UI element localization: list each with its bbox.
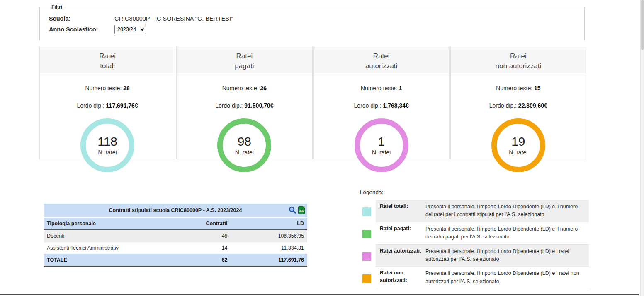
svg-text:XLS: XLS bbox=[299, 209, 304, 212]
card-title-line2: pagati bbox=[177, 61, 312, 71]
lordo-dip-value: 91.500,70€ bbox=[244, 102, 273, 109]
lordo-dip-label: Lordo dip.: bbox=[215, 102, 243, 109]
legend-item-ratei-autorizzati: Ratei autorizzati: Presenta il personale… bbox=[360, 245, 589, 267]
swatch-cell bbox=[360, 245, 376, 267]
card-ratei-pagati: Ratei pagati Numero teste: 26 Lordo dip.… bbox=[176, 47, 312, 159]
color-swatch-autorizzati bbox=[362, 252, 371, 261]
card-header: Ratei autorizzati bbox=[314, 47, 449, 75]
numero-teste-label: Numero teste: bbox=[85, 85, 122, 91]
xls-export-icon[interactable]: XLS bbox=[298, 206, 305, 214]
table-row: Assistenti Tecnici Amministrativi 14 11.… bbox=[44, 242, 307, 254]
lordo-dip: Lordo dip.: 22.809,60€ bbox=[451, 102, 586, 109]
color-swatch-totali bbox=[362, 207, 371, 216]
card-header: Ratei pagati bbox=[177, 47, 312, 75]
lordo-dip: Lordo dip.: 1.768,34€ bbox=[314, 102, 449, 109]
numero-teste: Numero teste: 15 bbox=[451, 75, 586, 91]
filters-legend: Filtri bbox=[50, 4, 64, 10]
cell-contratti: 48 bbox=[191, 230, 231, 242]
vertical-scrollbar[interactable] bbox=[640, 0, 644, 296]
lordo-dip-label: Lordo dip.: bbox=[354, 102, 381, 109]
school-value: CRIC80000P - IC SORESINA "G. BERTESI" bbox=[114, 15, 233, 22]
cell-tipologia: Docenti bbox=[44, 230, 191, 242]
numero-teste-value: 26 bbox=[260, 85, 267, 91]
lordo-dip-label: Lordo dip.: bbox=[77, 102, 104, 109]
card-title-line2: non autorizzati bbox=[451, 61, 586, 71]
lordo-dip: Lordo dip.: 117.691,76€ bbox=[40, 102, 175, 109]
school-label: Scuola: bbox=[49, 15, 114, 22]
legend-item-label: Ratei non autorizzati: bbox=[380, 270, 422, 286]
card-title-line1: Ratei bbox=[451, 51, 586, 61]
cell-totale-label: TOTALE bbox=[44, 254, 191, 267]
card-ratei-totali: Ratei totali Numero teste: 28 Lordo dip.… bbox=[39, 47, 175, 159]
color-swatch-non-autorizzati bbox=[362, 274, 371, 283]
ratei-count: 1 bbox=[378, 135, 385, 148]
legend-row-content: Ratei autorizzati: Presenta il personale… bbox=[376, 245, 589, 267]
card-title-line1: Ratei bbox=[40, 51, 175, 61]
ratei-donut: 19 N. ratei bbox=[491, 118, 545, 172]
swatch-cell bbox=[360, 200, 376, 222]
swatch-cell bbox=[360, 267, 376, 289]
ratei-count-label: N. ratei bbox=[509, 149, 527, 156]
dashboard-page: Filtri Scuola: CRIC80000P - IC SORESINA … bbox=[0, 0, 644, 296]
cell-contratti: 14 bbox=[191, 242, 231, 254]
legend-row-content: Ratei non autorizzati: Presenta il perso… bbox=[376, 267, 589, 289]
lordo-dip-value: 117.691,76€ bbox=[106, 102, 138, 109]
card-header: Ratei totali bbox=[40, 47, 175, 75]
legend-title: Legenda: bbox=[360, 189, 383, 195]
numero-teste-label: Numero teste: bbox=[496, 85, 532, 91]
legend-item-text: Presenta il personale, l'importo Lordo D… bbox=[422, 225, 586, 241]
numero-teste: Numero teste: 1 bbox=[314, 75, 449, 91]
table-total-row: TOTALE 62 117.691,76 bbox=[44, 254, 307, 267]
contracts-header-row: Tipologia personale Contratti LD bbox=[44, 217, 307, 230]
card-ratei-autorizzati: Ratei autorizzati Numero teste: 1 Lordo … bbox=[313, 47, 450, 159]
legend-item-ratei-non-autorizzati: Ratei non autorizzati: Presenta il perso… bbox=[360, 267, 589, 289]
ratei-count-label: N. ratei bbox=[235, 149, 254, 156]
column-header-tipologia: Tipologia personale bbox=[44, 217, 191, 230]
legend-row-content: Ratei totali: Presenta il personale, l'i… bbox=[376, 200, 589, 222]
numero-teste-value: 28 bbox=[123, 85, 130, 91]
ratei-cards: Ratei totali Numero teste: 28 Lordo dip.… bbox=[39, 47, 586, 159]
ratei-count: 118 bbox=[97, 135, 117, 148]
ratei-donut: 118 N. ratei bbox=[80, 118, 134, 172]
card-title-line2: autorizzati bbox=[314, 61, 449, 71]
numero-teste-value: 15 bbox=[534, 85, 541, 91]
footer-divider bbox=[0, 294, 639, 295]
legend-item-label: Ratei autorizzati: bbox=[380, 248, 422, 264]
cell-ld: 106.356,95 bbox=[231, 230, 307, 242]
year-label: Anno Scolastico: bbox=[49, 26, 114, 33]
scrollbar-thumb[interactable] bbox=[641, 0, 644, 50]
year-row: Anno Scolastico: 2023/24 bbox=[49, 25, 575, 34]
ratei-count: 98 bbox=[238, 135, 251, 148]
cell-totale-contratti: 62 bbox=[191, 254, 231, 267]
contracts-table-toolbar: XLS bbox=[288, 206, 305, 214]
legend-item-text: Presenta il personale, l'importo Lordo D… bbox=[422, 270, 586, 286]
swatch-cell bbox=[360, 222, 376, 245]
ratei-count-label: N. ratei bbox=[372, 149, 391, 156]
cell-totale-ld: 117.691,76 bbox=[231, 254, 307, 267]
legend-panel: Ratei totali: Presenta il personale, l'i… bbox=[360, 200, 589, 289]
card-title-line1: Ratei bbox=[314, 51, 449, 61]
contracts-table-title-row: Contratti stipulati scuola CRIC80000P - … bbox=[44, 204, 307, 217]
numero-teste: Numero teste: 28 bbox=[40, 75, 175, 91]
card-title-line2: totali bbox=[40, 61, 175, 71]
numero-teste-label: Numero teste: bbox=[222, 85, 259, 91]
color-swatch-pagati bbox=[362, 230, 371, 238]
legend-item-label: Ratei pagati: bbox=[380, 225, 422, 241]
numero-teste-label: Numero teste: bbox=[361, 85, 397, 91]
lordo-dip-label: Lordo dip.: bbox=[489, 102, 517, 109]
ratei-count-label: N. ratei bbox=[98, 149, 117, 156]
ratei-donut: 1 N. ratei bbox=[355, 118, 408, 172]
ratei-count: 19 bbox=[511, 135, 525, 148]
legend-item-label: Ratei totali: bbox=[380, 203, 422, 219]
card-ratei-non-autorizzati: Ratei non autorizzati Numero teste: 15 L… bbox=[450, 47, 586, 159]
table-row: Docenti 48 106.356,95 bbox=[44, 230, 307, 242]
lordo-dip-value: 1.768,34€ bbox=[383, 102, 409, 109]
lordo-dip: Lordo dip.: 91.500,70€ bbox=[177, 102, 312, 109]
card-header: Ratei non autorizzati bbox=[451, 47, 586, 75]
year-select[interactable]: 2023/24 bbox=[114, 25, 146, 34]
search-icon[interactable] bbox=[288, 206, 296, 214]
column-header-contratti: Contratti bbox=[191, 217, 231, 230]
legend-item-text: Presenta il personale, l'importo Lordo D… bbox=[422, 203, 586, 219]
filters-panel: Filtri Scuola: CRIC80000P - IC SORESINA … bbox=[39, 4, 585, 40]
legend-item-ratei-pagati: Ratei pagati: Presenta il personale, l'i… bbox=[360, 222, 589, 245]
